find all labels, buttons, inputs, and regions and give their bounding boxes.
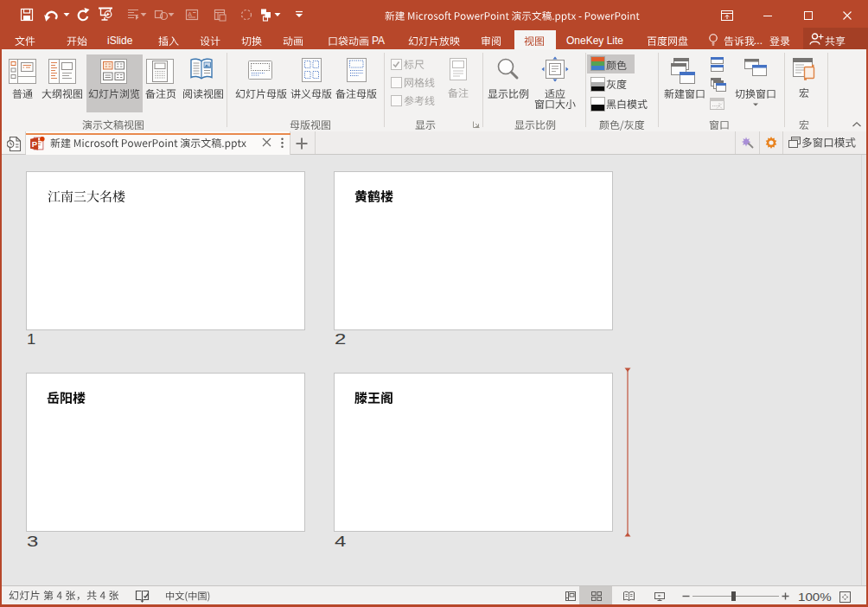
svg-text:A: A (188, 10, 192, 16)
svg-text:P: P (32, 138, 38, 148)
